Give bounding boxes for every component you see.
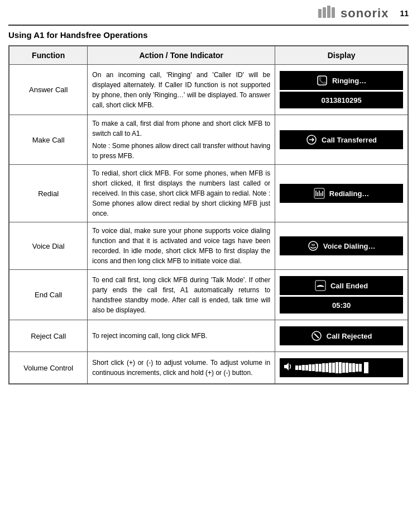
action-cell: Short click (+) or (-) to adjust volume.… [88, 352, 275, 384]
display-cell: Call Rejected [275, 320, 408, 352]
function-cell: Redial [9, 165, 88, 222]
logo-area: sonorix [318, 6, 389, 21]
display-icon-text: Call Transferred [280, 130, 403, 149]
display-icon-text: Call Ended [280, 276, 403, 295]
display-label: Ringing… [332, 77, 366, 85]
display-label: Redialing… [329, 189, 370, 198]
display-label: Voice Dialing… [323, 242, 376, 250]
reject-icon [311, 330, 322, 341]
svg-rect-2 [327, 6, 330, 18]
display-icon-text: Redialing… [280, 184, 403, 203]
display-cell [275, 352, 408, 384]
function-cell: Voice Dial [9, 222, 88, 270]
display-icon-text: Voice Dialing… [280, 236, 403, 255]
page-number: 11 [400, 9, 409, 18]
display-text-only: 05:30 [280, 297, 403, 314]
display-icon-text: Call Rejected [280, 326, 403, 345]
sonorix-logo-icon [318, 6, 336, 21]
function-cell: End Call [9, 270, 88, 320]
action-cell: To reject incoming call, long click MFB. [88, 320, 275, 352]
display-cell: Voice Dialing… [275, 222, 408, 270]
svg-rect-1 [323, 7, 326, 18]
display-icon-text: 📞 Ringing… [280, 71, 403, 90]
transfer-icon [306, 134, 317, 145]
col-header-function: Function [9, 46, 88, 65]
display-cell: Call Transferred [275, 115, 408, 165]
table-row: End CallTo end call first, long click MF… [9, 270, 408, 320]
svg-rect-3 [332, 7, 335, 18]
table-row: Volume ControlShort click (+) or (-) to … [9, 352, 408, 384]
display-cell: 📞 Ringing…0313810295 [275, 65, 408, 115]
display-text-only: 0313810295 [280, 92, 403, 108]
function-cell: Volume Control [9, 352, 88, 384]
action-cell: To make a call, first dial from phone an… [88, 115, 275, 165]
action-cell: To voice dial, make sure your phone supp… [88, 222, 275, 270]
page-header: sonorix 11 [8, 6, 409, 26]
display-cell: Redialing… [275, 165, 408, 222]
col-header-display: Display [275, 46, 408, 65]
table-row: Reject CallTo reject incoming call, long… [9, 320, 408, 352]
table-row: RedialTo redial, short click MFB. For so… [9, 165, 408, 222]
table-row: Make CallTo make a call, first dial from… [9, 115, 408, 165]
function-cell: Reject Call [9, 320, 88, 352]
redial-icon [314, 188, 325, 199]
svg-marker-17 [284, 363, 289, 370]
function-cell: Make Call [9, 115, 88, 165]
svg-text:📞: 📞 [318, 76, 326, 84]
operations-table: Function Action / Tone Indicator Display… [8, 45, 409, 384]
action-cell: To end call first, long click MFB during… [88, 270, 275, 320]
end-call-icon [315, 280, 326, 291]
volume-bars [295, 362, 400, 373]
table-row: Answer CallOn an incoming call, 'Ringing… [9, 65, 408, 115]
action-cell: On an incoming call, 'Ringing' and 'Call… [88, 65, 275, 115]
table-row: Voice DialTo voice dial, make sure your … [9, 222, 408, 270]
volume-icon [283, 362, 293, 374]
page-title: Using A1 for Handsfree Operations [8, 30, 409, 40]
svg-line-16 [314, 334, 319, 338]
display-label: Call Ended [330, 282, 368, 290]
volume-display [280, 358, 403, 377]
svg-rect-0 [318, 9, 322, 18]
function-cell: Answer Call [9, 65, 88, 115]
phone-ring-icon: 📞 [317, 75, 328, 86]
logo-text: sonorix [341, 6, 389, 21]
display-label: Call Transferred [322, 136, 377, 144]
display-cell: Call Ended05:30 [275, 270, 408, 320]
display-label: Call Rejected [327, 332, 372, 340]
action-cell: To redial, short click MFB. For some pho… [88, 165, 275, 222]
col-header-action: Action / Tone Indicator [88, 46, 275, 65]
voice-icon [308, 240, 319, 251]
